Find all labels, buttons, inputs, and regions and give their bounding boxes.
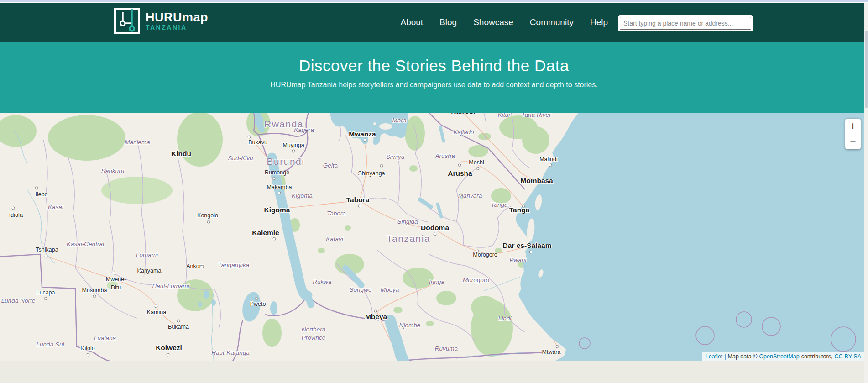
hero-subtitle: HURUmap Tanzania helps storytellers and … [0,81,868,89]
nav-item-blog[interactable]: Blog [439,17,457,27]
hero-banner: Discover the Stories Behind the Data HUR… [0,42,868,113]
main-nav: About Blog Showcase Community Help [400,3,608,42]
page-scrollbar[interactable] [864,3,868,383]
attribution-text: Map data © [728,353,758,360]
nav-item-about[interactable]: About [400,17,423,27]
search-input[interactable] [620,17,751,30]
nav-item-community[interactable]: Community [530,17,574,27]
license-link[interactable]: CC-BY-SA [834,353,861,360]
browser-top-strip-line [0,2,868,3]
zoom-out-button[interactable]: − [845,134,861,149]
logo-title: HURUmap [146,11,208,24]
osm-link[interactable]: OpenStreetMap [759,353,799,360]
attribution-contributors: contributors, [801,353,833,360]
zoom-in-button[interactable]: + [845,119,861,134]
nav-item-showcase[interactable]: Showcase [473,17,513,27]
site-header: HURUmap TANZANIA About Blog Showcase Com… [0,3,868,42]
attribution-divider: | [724,353,726,360]
scrollbar-thumb[interactable] [865,31,868,108]
nav-item-help[interactable]: Help [590,17,608,27]
logo-subtitle: TANZANIA [146,24,208,31]
map-attribution: Leaflet | Map data © OpenStreetMap contr… [702,352,864,361]
page-footer [0,361,868,383]
place-search [618,15,753,31]
map-canvas [0,113,868,361]
leaflet-map[interactable]: RwandaBurundiTanzaniaMaraKajiadoKituiTan… [0,113,868,361]
leaflet-link[interactable]: Leaflet [706,353,723,360]
hurumap-logo-icon [114,7,140,35]
hero-title: Discover the Stories Behind the Data [0,57,868,75]
zoom-control: + − [845,119,861,149]
hurumap-logo[interactable]: HURUmap TANZANIA [114,7,208,35]
